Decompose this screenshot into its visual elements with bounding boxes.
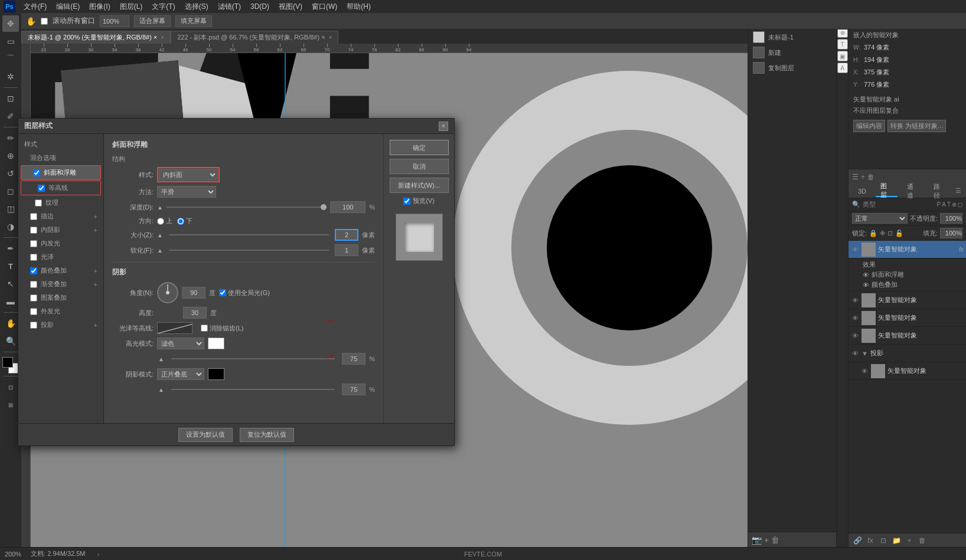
- history-new-btn[interactable]: +: [764, 535, 769, 545]
- tab-layers[interactable]: 图层: [876, 185, 898, 197]
- menu-text[interactable]: 文字(T): [148, 0, 178, 13]
- lasso-tool-btn[interactable]: ⌒: [2, 51, 19, 67]
- layer-eye-0[interactable]: 👁: [851, 245, 859, 254]
- properties-action-convert[interactable]: 转换 为链接对象...: [887, 120, 946, 132]
- select-rect-tool-btn[interactable]: ▭: [2, 33, 19, 50]
- hi-opacity-input[interactable]: [342, 353, 365, 365]
- style-drop-shadow[interactable]: 投影 +: [18, 318, 103, 332]
- layer-item-0[interactable]: 👁 矢量智能对象 fx: [848, 241, 966, 258]
- layer-eye-2[interactable]: 👁: [851, 314, 859, 322]
- pen-tool-btn[interactable]: ✒: [2, 240, 19, 257]
- group-collapse-icon[interactable]: ▼: [861, 350, 868, 357]
- direction-up-radio[interactable]: [157, 218, 164, 225]
- highlight-color-swatch[interactable]: [208, 338, 224, 349]
- fill-input[interactable]: [940, 228, 962, 238]
- menu-file[interactable]: 文件(F): [20, 0, 50, 13]
- sh-opacity-input[interactable]: [342, 384, 365, 395]
- dialog-close-btn[interactable]: ×: [439, 122, 448, 131]
- layers-group-btn[interactable]: 📁: [891, 535, 902, 546]
- filter-icon-4[interactable]: ⊕: [952, 201, 957, 208]
- style-stroke[interactable]: 描边 +: [18, 209, 103, 223]
- shape-tool-btn[interactable]: ▬: [2, 293, 19, 310]
- reset-default-btn[interactable]: 复位为默认值: [240, 428, 294, 442]
- layer-eye-shadow[interactable]: 👁: [851, 349, 859, 358]
- dodge-tool-btn[interactable]: ◑: [2, 218, 19, 235]
- path-selection-tool-btn[interactable]: ↖: [2, 276, 19, 292]
- style-select[interactable]: 内斜面: [159, 169, 218, 181]
- lock-icon-2[interactable]: ✙: [880, 230, 885, 237]
- menu-help[interactable]: 帮助(H): [343, 0, 374, 13]
- style-inner-glow-check[interactable]: [30, 240, 37, 247]
- style-contour-check[interactable]: [38, 185, 45, 192]
- soften-input[interactable]: [335, 244, 358, 256]
- brush-tool-btn[interactable]: ✏: [2, 130, 19, 146]
- layer-item-3[interactable]: 👁 矢量智能对象: [848, 327, 966, 345]
- new-style-btn[interactable]: 新建样式(W)...: [390, 178, 449, 193]
- stroke-add-icon[interactable]: +: [94, 213, 97, 220]
- inner-shadow-add-icon[interactable]: +: [94, 227, 97, 234]
- sidebar-icon-5[interactable]: A: [837, 63, 848, 73]
- direction-down-radio[interactable]: [177, 218, 184, 225]
- style-pattern-overlay[interactable]: 图案叠加: [18, 291, 103, 304]
- layers-delete-btn[interactable]: 🗑: [917, 535, 928, 546]
- soften-slider[interactable]: [169, 250, 329, 251]
- anti-alias-checkbox[interactable]: [201, 325, 208, 332]
- gradient-overlay-add-icon[interactable]: +: [94, 281, 97, 288]
- clone-stamp-tool-btn[interactable]: ⊕: [2, 148, 19, 164]
- menu-image[interactable]: 图像(I): [86, 0, 113, 13]
- menu-view[interactable]: 视图(V): [275, 0, 306, 13]
- size-input[interactable]: [335, 229, 358, 241]
- layer-item-2[interactable]: 👁 矢量智能对象: [848, 309, 966, 327]
- lock-icon-1[interactable]: 🔒: [869, 230, 877, 237]
- menu-3d[interactable]: 3D(D): [247, 0, 273, 13]
- ok-btn[interactable]: 确定: [390, 140, 449, 155]
- style-color-overlay-check[interactable]: [30, 267, 37, 274]
- angle-input[interactable]: [182, 287, 205, 299]
- history-camera-btn[interactable]: 📷: [752, 535, 762, 545]
- style-stroke-check[interactable]: [30, 213, 37, 220]
- filter-icon-2[interactable]: A: [942, 201, 946, 208]
- set-default-btn[interactable]: 设置为默认值: [178, 428, 233, 442]
- tab-0-close[interactable]: ×: [161, 34, 164, 41]
- menu-edit[interactable]: 编辑(E): [53, 0, 83, 13]
- shadow-color-swatch[interactable]: [208, 368, 224, 380]
- color-swatches[interactable]: [2, 357, 19, 374]
- style-pattern-overlay-check[interactable]: [30, 294, 37, 302]
- menu-layer[interactable]: 图层(L): [116, 0, 146, 13]
- style-gradient-overlay-check[interactable]: [30, 281, 37, 288]
- filter-icon-3[interactable]: T: [947, 201, 951, 208]
- style-inner-shadow-check[interactable]: [30, 227, 37, 234]
- filter-icon-5[interactable]: ◻: [958, 201, 962, 208]
- lock-icon-3[interactable]: ⊡: [887, 230, 893, 237]
- tab-3d[interactable]: 3D: [853, 185, 871, 197]
- filter-icon-1[interactable]: P: [937, 201, 941, 208]
- drop-shadow-add-icon[interactable]: +: [94, 322, 97, 329]
- layer-eye-5[interactable]: 👁: [860, 367, 869, 375]
- history-delete-btn[interactable]: 🗑: [771, 535, 779, 545]
- style-satin-check[interactable]: [30, 254, 37, 261]
- sidebar-icon-4[interactable]: ▣: [837, 51, 848, 61]
- prop-btn-3[interactable]: 🗑: [867, 173, 874, 181]
- method-select[interactable]: 平滑: [157, 186, 216, 198]
- style-texture[interactable]: 纹理: [18, 196, 103, 209]
- style-inner-glow[interactable]: 内发光: [18, 237, 103, 250]
- layers-mask-btn[interactable]: ⊡: [878, 535, 889, 546]
- tab-channels[interactable]: 通道: [902, 185, 924, 197]
- tab-paths[interactable]: 路径: [929, 185, 951, 197]
- mode-toggle-btn[interactable]: ⊡: [2, 379, 19, 395]
- crop-tool-btn[interactable]: ⊡: [2, 90, 19, 107]
- layers-fx-btn[interactable]: fx: [865, 535, 876, 546]
- fit-screen-btn[interactable]: 适合屏幕: [134, 15, 171, 27]
- style-color-overlay[interactable]: 颜色叠加 +: [18, 264, 103, 277]
- lock-icon-4[interactable]: 🔓: [895, 230, 903, 237]
- layer-eye-3[interactable]: 👁: [851, 332, 859, 340]
- prop-btn-1[interactable]: ☰: [852, 173, 859, 181]
- hi-opacity-slider[interactable]: [171, 358, 335, 359]
- magic-wand-tool-btn[interactable]: ✲: [2, 68, 19, 85]
- angle-wheel[interactable]: [157, 282, 178, 303]
- status-arrow[interactable]: ›: [97, 551, 99, 558]
- menu-window[interactable]: 窗口(W): [308, 0, 341, 13]
- layers-menu-btn[interactable]: ☰: [955, 187, 961, 195]
- layer-eye-1[interactable]: 👁: [851, 296, 859, 304]
- layer-item-1[interactable]: 👁 矢量智能对象: [848, 292, 966, 309]
